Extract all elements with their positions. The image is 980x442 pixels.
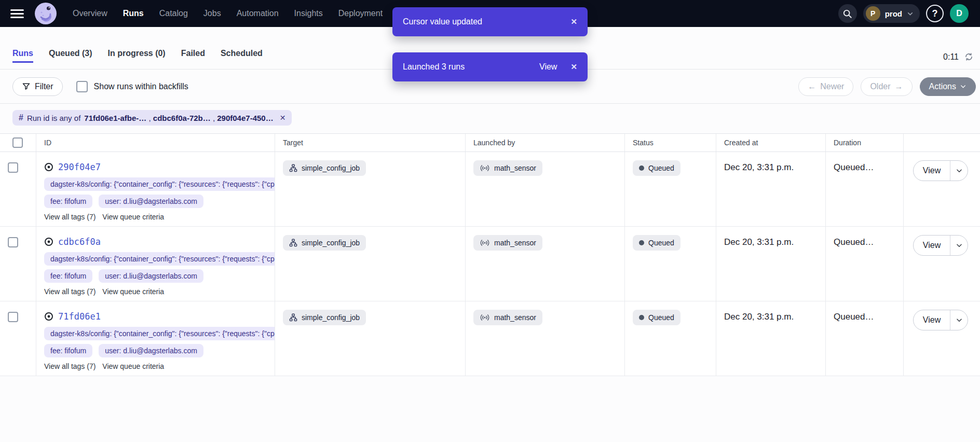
tag-fee[interactable]: fee: fifofum	[44, 269, 92, 283]
view-all-tags-link[interactable]: View all tags (7)	[44, 362, 96, 370]
nav-item-jobs[interactable]: Jobs	[203, 9, 221, 18]
help-button[interactable]: ?	[926, 5, 944, 22]
nav-item-runs[interactable]: Runs	[123, 9, 144, 18]
chip-close-icon[interactable]: ✕	[280, 114, 286, 122]
arrow-right-icon: →	[895, 82, 903, 91]
tab-scheduled[interactable]: Scheduled	[221, 49, 263, 63]
tab-queued-3[interactable]: Queued (3)	[49, 49, 92, 63]
tag-fee[interactable]: fee: fifofum	[44, 195, 92, 208]
status-label: Queued	[648, 313, 674, 322]
toast-message: Launched 3 runs	[403, 62, 465, 72]
target-label: simple_config_job	[302, 164, 360, 172]
actions-button[interactable]: Actions	[920, 77, 976, 96]
column-header-duration: Duration	[825, 134, 903, 151]
nav-item-catalog[interactable]: Catalog	[159, 9, 188, 18]
workspace-switcher[interactable]: P prod	[863, 4, 920, 23]
tag-user[interactable]: user: d.liu@dagsterlabs.com	[99, 344, 203, 357]
chevron-down-icon	[956, 242, 963, 249]
run-id-link[interactable]: 290f04e7	[58, 162, 101, 172]
nav-item-automation[interactable]: Automation	[237, 9, 279, 18]
tag-dagster-k8s-config[interactable]: dagster-k8s/config: {"container_config":…	[44, 327, 275, 340]
status-label: Queued	[648, 239, 674, 247]
row-checkbox[interactable]	[8, 312, 18, 322]
duration-value: Queued…	[834, 237, 874, 247]
tag-user[interactable]: user: d.liu@dagsterlabs.com	[99, 269, 203, 283]
launched-by-pill[interactable]: math_sensor	[473, 160, 542, 176]
run-status-icon	[44, 237, 53, 246]
workspace-name: prod	[885, 9, 902, 18]
launched-by-label: math_sensor	[494, 239, 536, 247]
created-at-value: Dec 20, 3:31 p.m.	[724, 312, 794, 322]
view-all-tags-link[interactable]: View all tags (7)	[44, 213, 96, 221]
created-at-value: Dec 20, 3:31 p.m.	[724, 237, 794, 247]
run-status-icon	[44, 312, 53, 321]
view-split-button[interactable]: View	[913, 160, 968, 181]
toast-view-link[interactable]: View	[539, 62, 557, 72]
filter-button-label: Filter	[35, 82, 53, 91]
launched-by-pill[interactable]: math_sensor	[473, 235, 542, 251]
search-button[interactable]	[838, 4, 857, 23]
tag-dagster-k8s-config[interactable]: dagster-k8s/config: {"container_config":…	[44, 252, 275, 266]
view-queue-criteria-link[interactable]: View queue criteria	[102, 213, 164, 221]
nav-item-insights[interactable]: Insights	[294, 9, 323, 18]
filter-button[interactable]: Filter	[12, 77, 63, 96]
launched-by-pill[interactable]: math_sensor	[473, 310, 542, 325]
tag-dagster-k8s-config[interactable]: dagster-k8s/config: {"container_config":…	[44, 177, 275, 191]
target-pill[interactable]: simple_config_job	[283, 160, 366, 176]
select-all-checkbox[interactable]	[12, 137, 23, 148]
view-dropdown-toggle[interactable]	[950, 161, 968, 181]
row-checkbox[interactable]	[8, 237, 18, 247]
status-badge[interactable]: Queued	[633, 160, 680, 176]
row-checkbox[interactable]	[8, 162, 18, 173]
refresh-icon[interactable]	[964, 52, 974, 62]
view-queue-criteria-link[interactable]: View queue criteria	[102, 362, 164, 370]
tab-in-progress-0[interactable]: In progress (0)	[108, 49, 166, 63]
status-badge[interactable]: Queued	[633, 235, 680, 251]
nav-menu: OverviewRunsCatalogJobsAutomationInsight…	[73, 9, 398, 18]
hamburger-menu-icon[interactable]	[10, 9, 26, 18]
job-icon	[289, 239, 297, 247]
status-dot-icon	[639, 165, 644, 171]
target-pill[interactable]: simple_config_job	[283, 310, 366, 325]
older-label: Older	[870, 82, 890, 91]
status-badge[interactable]: Queued	[633, 310, 680, 325]
sensor-icon	[480, 239, 490, 246]
view-button-label[interactable]: View	[914, 236, 950, 255]
nav-item-deployment[interactable]: Deployment	[338, 9, 383, 18]
toast-close-icon[interactable]: ✕	[570, 17, 577, 26]
run-id-filter-chip[interactable]: # Run id is any of 71fd06e1-afbe-… , cdb…	[12, 110, 292, 126]
job-icon	[289, 164, 297, 172]
job-icon	[289, 313, 297, 322]
view-button-label[interactable]: View	[914, 310, 950, 330]
nav-right-cluster: P prod ? D	[838, 4, 969, 23]
tag-fee[interactable]: fee: fifofum	[44, 344, 92, 357]
newer-button[interactable]: ← Newer	[798, 77, 853, 96]
older-button[interactable]: Older →	[861, 77, 912, 96]
chevron-down-icon	[956, 316, 963, 324]
filter-run-id: 290f04e7-450…	[217, 114, 273, 122]
run-status-icon	[44, 162, 53, 172]
table-row: 71fd06e1 dagster-k8s/config: {"container…	[0, 301, 980, 376]
target-pill[interactable]: simple_config_job	[283, 235, 366, 251]
tab-failed[interactable]: Failed	[181, 49, 205, 63]
column-header-created-at: Created at	[716, 134, 825, 151]
target-label: simple_config_job	[302, 239, 360, 247]
view-all-tags-link[interactable]: View all tags (7)	[44, 287, 96, 296]
view-queue-criteria-link[interactable]: View queue criteria	[102, 287, 164, 296]
view-dropdown-toggle[interactable]	[950, 310, 968, 330]
show-backfills-checkbox[interactable]	[76, 81, 88, 92]
view-split-button[interactable]: View	[913, 235, 968, 256]
tab-runs[interactable]: Runs	[12, 49, 33, 63]
user-avatar[interactable]: D	[950, 4, 969, 23]
actions-label: Actions	[929, 82, 956, 91]
toast-close-icon[interactable]: ✕	[570, 62, 577, 72]
view-dropdown-toggle[interactable]	[950, 236, 968, 255]
tag-user[interactable]: user: d.liu@dagsterlabs.com	[99, 195, 203, 208]
run-id-link[interactable]: cdbc6f0a	[58, 237, 101, 247]
run-id-link[interactable]: 71fd06e1	[58, 311, 101, 322]
dagster-logo[interactable]	[34, 2, 57, 25]
nav-item-overview[interactable]: Overview	[73, 9, 107, 18]
view-split-button[interactable]: View	[913, 310, 968, 330]
view-button-label[interactable]: View	[914, 161, 950, 181]
column-header-id: ID	[36, 134, 275, 151]
